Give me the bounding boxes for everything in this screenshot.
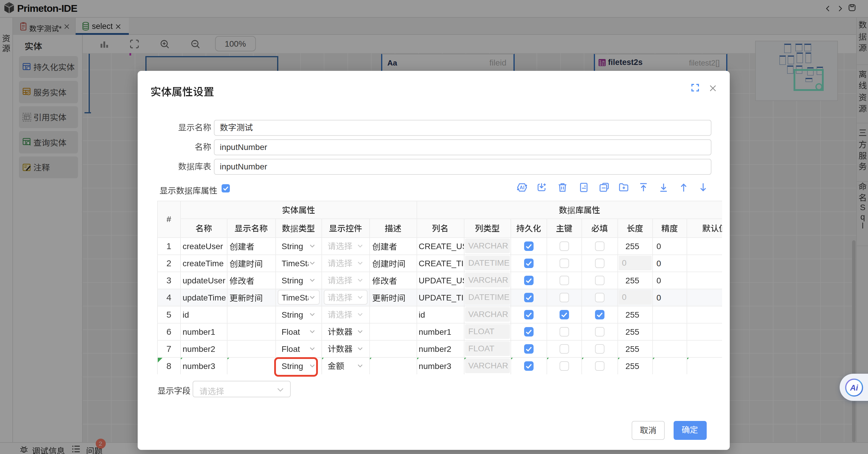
svg-text:Ai: Ai <box>850 383 858 392</box>
svg-text:AI: AI <box>520 185 524 190</box>
